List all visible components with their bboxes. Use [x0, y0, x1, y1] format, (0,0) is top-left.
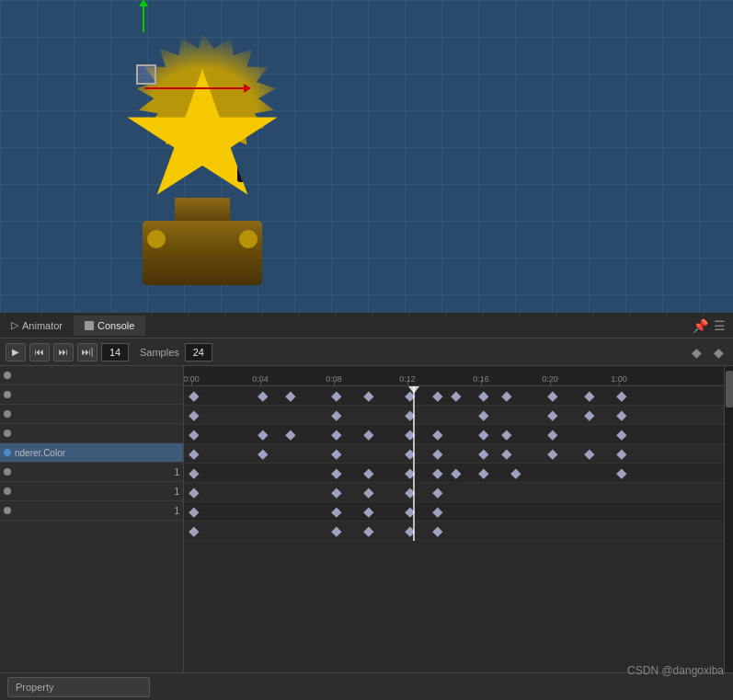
keyframe-t4-k6[interactable] — [478, 469, 488, 479]
timeline-vscroll[interactable] — [724, 366, 733, 672]
menu-icon[interactable]: ☰ — [714, 318, 726, 333]
play-button[interactable]: ▶ — [6, 343, 26, 361]
keyframe-t4-k5[interactable] — [451, 469, 461, 479]
keyframe-t2-k6[interactable] — [432, 430, 442, 441]
prop-row-3[interactable] — [0, 424, 183, 443]
keyframe-t1-k2[interactable] — [405, 411, 415, 421]
time-tick — [407, 380, 408, 385]
keyframe-t2-k2[interactable] — [285, 430, 295, 441]
keyframe-t3-k2[interactable] — [331, 450, 341, 460]
keyframe-t4-k3[interactable] — [405, 469, 415, 479]
keyframe-t2-k1[interactable] — [258, 430, 268, 441]
keyframe-t0-k4[interactable] — [363, 392, 373, 402]
keyframe-t7-k4[interactable] — [432, 527, 442, 537]
keyframe-t1-k1[interactable] — [331, 411, 341, 421]
keyframe-t6-k3[interactable] — [405, 508, 415, 518]
step-back-button[interactable]: ⏮ — [29, 343, 50, 361]
keyframe-t3-k9[interactable] — [616, 450, 626, 460]
keyframe-t4-k2[interactable] — [363, 469, 373, 479]
keyframe-t0-k11[interactable] — [584, 392, 594, 402]
prop-dot-4 — [4, 449, 11, 456]
keyframe-t6-k4[interactable] — [432, 508, 442, 518]
skip-end-button[interactable]: ⏭| — [77, 343, 97, 361]
prop-row-7[interactable]: 1 — [0, 501, 183, 521]
prop-row-4[interactable]: nderer.Color — [0, 443, 183, 463]
keyframe-t1-k6[interactable] — [616, 411, 626, 421]
keyframe-t0-k6[interactable] — [432, 392, 442, 402]
keyframe-t3-k6[interactable] — [501, 450, 511, 460]
pin-icon[interactable]: 📌 — [693, 318, 708, 333]
prop-row-1[interactable] — [0, 385, 183, 405]
properties-panel: nderer.Color111 — [0, 366, 184, 672]
keyframe-add-btn[interactable]: ◆ — [687, 343, 705, 361]
keyframe-t2-k0[interactable] — [189, 430, 199, 441]
keyframe-t3-k0[interactable] — [189, 450, 199, 460]
keyframe-t5-k0[interactable] — [189, 488, 199, 499]
keyframe-t7-k2[interactable] — [363, 527, 373, 537]
prop-row-5[interactable]: 1 — [0, 463, 183, 482]
vscroll-thumb[interactable] — [726, 371, 733, 407]
keyframe-t0-k3[interactable] — [331, 392, 341, 402]
prop-value-5: 1 — [161, 467, 179, 477]
keyframe-t4-k0[interactable] — [189, 469, 199, 479]
tab-animator[interactable]: ▷ Animator — [0, 315, 74, 336]
keyframe-t1-k5[interactable] — [584, 411, 594, 421]
keyframe-t6-k2[interactable] — [363, 508, 373, 518]
keyframe-t1-k3[interactable] — [478, 411, 488, 421]
keyframe-t2-k7[interactable] — [478, 430, 488, 441]
keyframe-t1-k0[interactable] — [189, 411, 199, 421]
timeline[interactable]: 0:000:040:080:120:160:201:00 — [184, 366, 724, 672]
keyframe-t7-k1[interactable] — [331, 527, 341, 537]
keyframe-t3-k7[interactable] — [547, 450, 557, 460]
transform-gizmo-right — [144, 87, 246, 89]
keyframe-t0-k2[interactable] — [285, 392, 295, 402]
keyframe-t2-k3[interactable] — [331, 430, 341, 441]
prop-dot-5 — [4, 468, 11, 476]
keyframe-t7-k0[interactable] — [189, 527, 199, 537]
prop-dot-1 — [4, 391, 11, 398]
keyframe-t5-k3[interactable] — [405, 488, 415, 499]
prop-row-0[interactable] — [0, 366, 183, 385]
prop-row-6[interactable]: 1 — [0, 482, 183, 501]
keyframe-t4-k8[interactable] — [616, 469, 626, 479]
tab-console[interactable]: Console — [74, 316, 145, 336]
keyframe-t4-k7[interactable] — [510, 469, 521, 479]
keyframe-t3-k1[interactable] — [258, 450, 268, 460]
keyframe-t6-k0[interactable] — [189, 508, 199, 518]
keyframe-t1-k4[interactable] — [547, 411, 557, 421]
keyframe-t5-k4[interactable] — [432, 488, 442, 499]
track-row-0 — [184, 386, 724, 406]
tracks-container[interactable] — [184, 386, 724, 672]
samples-input[interactable] — [185, 343, 212, 361]
keyframe-t2-k8[interactable] — [501, 430, 511, 441]
frame-input[interactable] — [101, 343, 129, 361]
keyframe-t0-k1[interactable] — [258, 392, 268, 402]
keyframe-t2-k4[interactable] — [363, 430, 373, 441]
keyframe-t7-k3[interactable] — [405, 527, 415, 537]
keyframe-t4-k1[interactable] — [331, 469, 341, 479]
keyframe-t4-k4[interactable] — [432, 469, 442, 479]
keyframe-t5-k1[interactable] — [331, 488, 341, 499]
keyframe-t0-k0[interactable] — [189, 392, 199, 402]
step-fwd-button[interactable]: ⏭ — [53, 343, 74, 361]
keyframe-t0-k7[interactable] — [451, 392, 461, 402]
keyframe-t0-k10[interactable] — [547, 392, 557, 402]
keyframe-t3-k3[interactable] — [405, 450, 415, 460]
keyframe-t3-k5[interactable] — [478, 450, 488, 460]
keyframe-t2-k9[interactable] — [547, 430, 557, 441]
keyframe-t0-k9[interactable] — [501, 392, 511, 402]
keyframe-t0-k5[interactable] — [405, 392, 415, 402]
keyframe-t0-k8[interactable] — [478, 392, 488, 402]
keyframe-t3-k4[interactable] — [432, 450, 442, 460]
viewport-3d[interactable] — [0, 0, 733, 313]
keyframe-nav-btn[interactable]: ◆ — [709, 343, 727, 361]
keyframe-t2-k5[interactable] — [405, 430, 415, 441]
keyframe-t3-k8[interactable] — [584, 450, 594, 460]
keyframe-t5-k2[interactable] — [363, 488, 373, 499]
keyframe-t2-k10[interactable] — [616, 430, 626, 441]
keyframe-t0-k12[interactable] — [616, 392, 626, 402]
trophy-base — [143, 221, 262, 285]
prop-row-2[interactable] — [0, 405, 183, 424]
transform-gizmo-up — [143, 5, 144, 32]
keyframe-t6-k1[interactable] — [331, 508, 341, 518]
